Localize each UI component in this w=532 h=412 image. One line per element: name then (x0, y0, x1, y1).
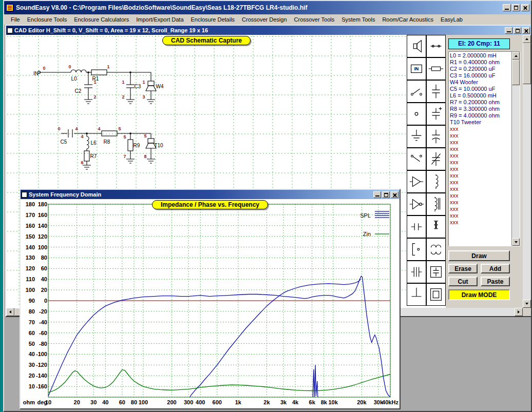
deg-tick-label: -100 (36, 351, 47, 357)
menu-item-enclosure-tools[interactable]: Enclosure Tools (24, 14, 70, 25)
menu-item-enclosure-calculators[interactable]: Enclosure Calculators (70, 14, 132, 25)
draw-mode-indicator[interactable]: Draw MODE (448, 289, 510, 300)
freq-minimize-button[interactable] (373, 191, 381, 198)
component-list-item[interactable]: C3 = 16.00000 uF (450, 72, 511, 79)
component-list-item[interactable]: T10 Tweeter (450, 119, 511, 126)
component-list-placeholder[interactable]: xxx (450, 159, 511, 166)
palette-switch-alt-icon[interactable] (407, 148, 426, 170)
component-list-scrollbar[interactable] (511, 52, 520, 246)
scroll-down-button[interactable] (523, 300, 531, 308)
cad-vertical-scrollbar[interactable] (523, 35, 531, 308)
frequency-plot-area[interactable]: 1020304060801002003004006001k2k3k4k6k8k1… (21, 199, 400, 408)
component-list-placeholder[interactable]: xxx (450, 212, 511, 219)
schematic-ref-label: R9 (134, 143, 140, 148)
draw-button[interactable]: Draw (448, 250, 510, 261)
component-list-item[interactable]: L6 = 0.500000 mH (450, 92, 511, 99)
cad-close-button[interactable] (522, 27, 530, 34)
component-list-placeholder[interactable]: xxx (450, 172, 511, 179)
component-list-placeholder[interactable]: xxx (450, 206, 511, 212)
ohm-tick-label: 10 (29, 383, 35, 389)
maximize-button[interactable] (512, 4, 520, 11)
component-list-placeholder[interactable]: xxx (450, 192, 511, 199)
component-list-item[interactable]: R9 = 4.000000 ohm (450, 112, 511, 119)
palette-resistor-icon[interactable] (426, 57, 446, 80)
add-button[interactable]: Add (481, 264, 510, 273)
component-list-placeholder[interactable]: xxx (450, 126, 511, 132)
menu-item-file[interactable]: File (7, 14, 24, 25)
minimize-button[interactable] (503, 4, 511, 11)
palette-node-icon[interactable] (407, 103, 426, 125)
palette-dual-winding-icon[interactable] (426, 238, 446, 261)
x-tick-label: 1k (235, 399, 242, 405)
freq-maximize-button[interactable] (382, 191, 390, 198)
menu-item-crossover-tools[interactable]: Crossover Tools (291, 14, 338, 25)
component-list-box[interactable]: L0 = 2.000000 mHR1 = 0.400000 ohmC2 = 0.… (448, 51, 520, 246)
freq-close-button[interactable] (391, 191, 398, 198)
list-scroll-down-button[interactable] (512, 238, 520, 246)
frequency-banner: Impedance / Phase vs. Frequency (152, 200, 268, 209)
palette-cored-inductor-icon[interactable] (426, 193, 446, 215)
cad-minimize-button[interactable] (505, 27, 512, 34)
menu-item-enclosure-details[interactable]: Enclosure Details (187, 14, 239, 25)
frequency-title: System Frequency Domain (29, 191, 372, 198)
list-scroll-thumb[interactable] (512, 60, 520, 85)
palette-polarized-capacitor-icon[interactable] (426, 103, 446, 125)
scroll-left-button[interactable] (6, 308, 14, 316)
frequency-title-bar[interactable]: System Frequency Domain (21, 190, 400, 199)
scroll-up-button[interactable] (523, 35, 531, 43)
component-list-item[interactable]: R7 = 0.200000 ohm (450, 99, 511, 106)
menu-item-import-export-data[interactable]: Import/Export Data (132, 14, 187, 25)
palette-inductor-icon[interactable] (426, 170, 446, 193)
palette-wire-link-icon[interactable] (426, 35, 446, 57)
vertical-scroll-thumb[interactable] (523, 43, 531, 84)
frequency-window-icon (22, 192, 27, 198)
palette-spst-switch-icon[interactable] (407, 80, 426, 103)
cad-maximize-button[interactable] (514, 27, 521, 34)
component-list-placeholder[interactable]: xxx (450, 186, 511, 192)
palette-gap-terminals-icon[interactable] (407, 215, 426, 238)
component-list-item[interactable]: W4 Woofer (450, 79, 511, 86)
palette-transformer-icon[interactable] (426, 215, 446, 238)
component-list-placeholder[interactable]: xxx (450, 146, 511, 152)
palette-capacitor-icon[interactable] (426, 80, 446, 103)
palette-ground-icon[interactable] (407, 125, 426, 148)
list-scroll-up-button[interactable] (512, 52, 520, 60)
palette-speaker-icon[interactable] (407, 35, 426, 57)
close-button[interactable] (521, 4, 529, 11)
schematic-node-label: 5 (118, 126, 121, 131)
component-list-item[interactable]: C2 = 0.220000 uF (450, 66, 511, 72)
palette-inverting-amplifier-icon[interactable] (407, 193, 426, 215)
component-list-item[interactable]: L0 = 2.000000 mH (450, 52, 511, 59)
erase-button[interactable]: Erase (448, 264, 478, 273)
component-list-item[interactable]: R1 = 0.400000 ohm (450, 59, 511, 66)
palette-electrolytic-capacitor-icon[interactable] (426, 125, 446, 148)
menu-item-easylab[interactable]: EasyLab (437, 14, 466, 25)
palette-bracket-probe-icon[interactable] (407, 238, 426, 261)
component-list-item[interactable]: C5 = 10.00000 uF (450, 86, 511, 92)
palette-ic-block-icon[interactable] (426, 283, 446, 306)
palette-amplifier-icon[interactable] (407, 170, 426, 193)
palette-terminator-icon[interactable] (407, 283, 426, 306)
component-list-placeholder[interactable]: xxx (450, 219, 511, 226)
menu-item-room-car-acoustics[interactable]: Room/Car Acoustics (378, 14, 437, 25)
menu-item-crossover-design[interactable]: Crossover Design (238, 14, 290, 25)
component-list-placeholder[interactable]: xxx (450, 152, 511, 159)
palette-parallel-bars-icon[interactable] (407, 261, 426, 283)
menu-item-system-tools[interactable]: System Tools (338, 14, 378, 25)
main-title-bar[interactable]: SoundEasy V8.00 - C:\Program Files\Bodzi… (4, 1, 531, 14)
palette-boxed-capacitor-icon[interactable] (426, 261, 446, 283)
component-list-placeholder[interactable]: xxx (450, 179, 511, 186)
cut-button[interactable]: Cut (448, 277, 478, 286)
cad-title-bar[interactable]: CAD Editor H_Shift = 0, V_Shift = 0, Are… (6, 26, 531, 35)
scroll-down-icon (525, 303, 528, 305)
scroll-right-button[interactable] (515, 308, 523, 316)
component-list-item[interactable]: R8 = 3.300000 ohm (450, 106, 511, 112)
palette-input-terminal-icon[interactable]: IN (407, 57, 426, 80)
component-list-placeholder[interactable]: xxx (450, 199, 511, 206)
component-list-placeholder[interactable]: xxx (450, 166, 511, 172)
component-list-placeholder[interactable]: xxx (450, 139, 511, 146)
frequency-domain-window: System Frequency Domain 1020304060801002… (20, 189, 401, 409)
paste-button[interactable]: Paste (481, 277, 510, 286)
component-list-placeholder[interactable]: xxx (450, 132, 511, 139)
palette-trimmer-capacitor-icon[interactable] (426, 148, 446, 170)
